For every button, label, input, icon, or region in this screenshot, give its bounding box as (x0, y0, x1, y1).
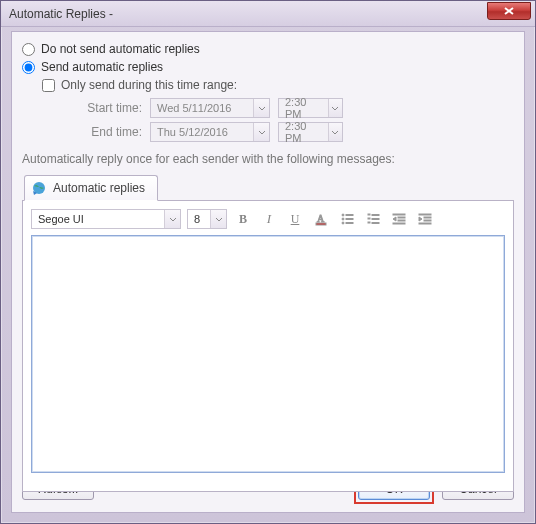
svg-point-7 (342, 222, 344, 224)
italic-button[interactable]: I (259, 209, 279, 229)
svg-rect-2 (316, 223, 326, 225)
svg-rect-9 (368, 214, 370, 215)
svg-rect-12 (372, 219, 379, 220)
chevron-down-icon (253, 123, 269, 141)
svg-rect-15 (393, 214, 405, 215)
tab-automatic-replies[interactable]: Automatic replies (24, 175, 158, 201)
svg-rect-16 (398, 217, 405, 218)
font-color-button[interactable]: A (311, 209, 331, 229)
numbered-list-button[interactable] (363, 209, 383, 229)
svg-rect-17 (398, 220, 405, 221)
close-button[interactable] (487, 2, 531, 20)
svg-rect-18 (393, 223, 405, 224)
tab-label: Automatic replies (53, 181, 145, 195)
chevron-down-icon (328, 123, 342, 141)
radio-send[interactable]: Send automatic replies (22, 60, 514, 74)
svg-rect-14 (372, 223, 379, 224)
svg-rect-22 (419, 223, 431, 224)
message-editor[interactable] (31, 235, 505, 473)
svg-rect-4 (346, 215, 353, 216)
start-time-label: Start time: (82, 101, 142, 115)
checkbox-only-range[interactable]: Only send during this time range: (42, 78, 514, 92)
radio-do-not-send-input[interactable] (22, 43, 35, 56)
end-time-label: End time: (82, 125, 142, 139)
svg-rect-21 (424, 220, 431, 221)
font-size-value: 8 (188, 213, 206, 225)
svg-rect-20 (424, 217, 431, 218)
globe-icon (31, 180, 47, 196)
format-toolbar: Segoe UI 8 B I U A (31, 209, 505, 229)
end-time-value: 2:30 PM (279, 120, 328, 144)
end-time-combo[interactable]: 2:30 PM (278, 122, 343, 142)
chevron-down-icon (164, 210, 180, 228)
start-time-value: 2:30 PM (279, 96, 328, 120)
client-area: Do not send automatic replies Send autom… (11, 31, 525, 513)
svg-point-5 (342, 218, 344, 220)
chevron-down-icon (253, 99, 269, 117)
svg-rect-8 (346, 223, 353, 224)
bullet-list-button[interactable] (337, 209, 357, 229)
tab-strip: Automatic replies (22, 172, 514, 200)
radio-send-input[interactable] (22, 61, 35, 74)
end-date-combo[interactable]: Thu 5/12/2016 (150, 122, 270, 142)
svg-rect-19 (419, 214, 431, 215)
time-range-grid: Start time: Wed 5/11/2016 2:30 PM End ti… (82, 98, 514, 142)
svg-rect-11 (368, 218, 370, 219)
indent-button[interactable] (415, 209, 435, 229)
radio-do-not-send[interactable]: Do not send automatic replies (22, 42, 514, 56)
checkbox-only-range-input[interactable] (42, 79, 55, 92)
svg-rect-13 (368, 222, 370, 223)
underline-button[interactable]: U (285, 209, 305, 229)
dialog-window: Automatic Replies - Do not send automati… (0, 0, 536, 524)
tab-panel: Segoe UI 8 B I U A (22, 200, 514, 492)
font-size-combo[interactable]: 8 (187, 209, 227, 229)
start-date-combo[interactable]: Wed 5/11/2016 (150, 98, 270, 118)
radio-do-not-send-label: Do not send automatic replies (41, 42, 200, 56)
font-name-value: Segoe UI (32, 213, 90, 225)
bold-button[interactable]: B (233, 209, 253, 229)
outdent-button[interactable] (389, 209, 409, 229)
section-label: Automatically reply once for each sender… (22, 152, 514, 166)
svg-text:A: A (317, 213, 325, 224)
start-time-combo[interactable]: 2:30 PM (278, 98, 343, 118)
window-title: Automatic Replies - (9, 7, 487, 21)
chevron-down-icon (210, 210, 226, 228)
chevron-down-icon (328, 99, 342, 117)
start-date-value: Wed 5/11/2016 (151, 102, 237, 114)
checkbox-only-range-label: Only send during this time range: (61, 78, 237, 92)
titlebar[interactable]: Automatic Replies - (1, 1, 535, 27)
font-name-combo[interactable]: Segoe UI (31, 209, 181, 229)
end-date-value: Thu 5/12/2016 (151, 126, 234, 138)
radio-send-label: Send automatic replies (41, 60, 163, 74)
svg-rect-6 (346, 219, 353, 220)
svg-rect-10 (372, 215, 379, 216)
svg-point-3 (342, 214, 344, 216)
